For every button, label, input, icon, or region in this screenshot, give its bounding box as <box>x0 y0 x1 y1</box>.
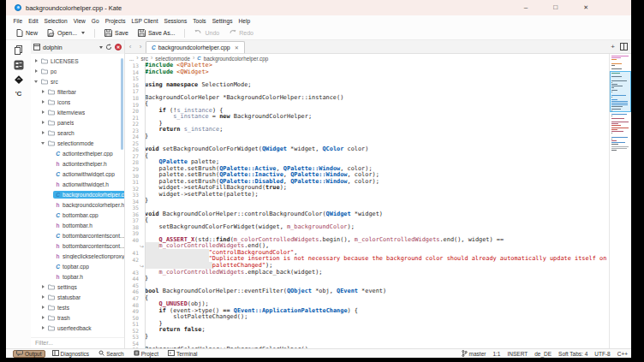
maximize-button[interactable]: □ <box>553 4 558 11</box>
tree-item-actiontexthelpercpp[interactable]: Cactiontexthelper.cpp <box>31 148 124 158</box>
tree-item-src[interactable]: src <box>31 76 124 86</box>
collapse-arrow-icon[interactable] <box>39 90 46 93</box>
tree-item-topbarh[interactable]: htopbar.h <box>31 271 124 282</box>
status-master[interactable]: master <box>462 350 486 358</box>
code-token: QColor <box>322 145 343 152</box>
lsp-symbols-icon[interactable]: 'C <box>13 88 25 99</box>
status-1-1[interactable]: 1:1 <box>492 351 500 357</box>
toolview-button-search[interactable]: Search <box>96 350 127 358</box>
nav-back-icon[interactable]: ‹ <box>125 40 135 53</box>
breadcrumb-item[interactable]: selectionmode <box>155 56 190 62</box>
toolview-button-diagnostics[interactable]: Diagnostics <box>50 350 92 358</box>
tree-item-singleclickselectionproxy[interactable]: hsingleclickselectionproxy... <box>31 251 124 261</box>
status-c++[interactable]: C++ <box>617 351 628 357</box>
tree-item-topbarcpp[interactable]: Ctopbar.cpp <box>31 261 124 271</box>
minimize-button[interactable]: – <box>524 4 528 11</box>
split-view-icon[interactable] <box>620 43 628 50</box>
status-insert[interactable]: INSERT <box>507 351 528 357</box>
tree-item-actiontexthelperh[interactable]: hactiontexthelper.h <box>31 158 124 169</box>
save-as-button[interactable]: Save As... <box>134 29 179 38</box>
documents-icon[interactable] <box>13 45 25 56</box>
open-button[interactable]: Open... <box>44 29 88 38</box>
breadcrumb-item[interactable]: ... <box>129 56 134 62</box>
project-selector[interactable]: dolphin ✕ <box>31 40 124 54</box>
minimap-viewport[interactable] <box>610 71 631 112</box>
tree-item-po[interactable]: po <box>31 66 124 76</box>
status-utf-8[interactable]: UTF-8 <box>594 351 610 357</box>
menu-help[interactable]: Help <box>236 18 253 24</box>
menu-sessions[interactable]: Sessions <box>161 18 190 24</box>
status-label: UTF-8 <box>594 351 610 357</box>
open-dropdown-caret[interactable] <box>81 32 85 34</box>
tree-item-bottombarcontentscont[interactable]: Cbottombarcontentscont... <box>31 230 124 240</box>
collapse-arrow-icon[interactable] <box>39 326 46 329</box>
menu-view[interactable]: View <box>70 18 88 24</box>
tree-item-tests[interactable]: tests <box>31 302 124 312</box>
filesystem-icon[interactable] <box>13 74 25 85</box>
stop-icon[interactable]: ✕ <box>115 44 122 50</box>
collapse-arrow-icon[interactable] <box>39 100 46 104</box>
tree-item-bottombarcontentscont[interactable]: hbottombarcontentscont... <box>31 240 124 251</box>
collapse-arrow-icon[interactable] <box>39 110 46 114</box>
tree-item-bottombarh[interactable]: hbottombar.h <box>31 220 124 230</box>
nav-forward-icon[interactable]: › <box>135 40 146 53</box>
collapse-arrow-icon[interactable] <box>39 306 46 309</box>
tree-filter-input[interactable]: Filter... <box>31 337 124 348</box>
status-label: C++ <box>617 351 628 357</box>
tab-backgroundcolorhelper[interactable]: C backgroundcolorhelper.cpp ✕ <box>146 41 245 53</box>
expand-arrow-icon[interactable] <box>39 142 46 145</box>
collapse-arrow-icon[interactable] <box>39 295 46 299</box>
collapse-arrow-icon[interactable] <box>39 131 46 134</box>
tab-close-icon[interactable]: ✕ <box>235 45 239 50</box>
toolview-button-output[interactable]: Output <box>13 350 45 358</box>
menu-lsp-client[interactable]: LSP Client <box>128 18 161 24</box>
breadcrumb-item[interactable]: src <box>141 56 148 62</box>
tree-item-statusbar[interactable]: statusbar <box>31 292 124 302</box>
menu-projects[interactable]: Projects <box>102 18 128 24</box>
tree-item-trash[interactable]: trash <box>31 312 124 323</box>
menu-edit[interactable]: Edit <box>26 18 41 24</box>
tree-item-backgroundcolorhelperh[interactable]: hbackgroundcolorhelper.h <box>31 199 124 210</box>
status-soft-tabs-4[interactable]: Soft Tabs: 4 <box>558 351 587 357</box>
tree-item-userfeedback[interactable]: userfeedback <box>31 323 124 333</box>
collapse-arrow-icon[interactable] <box>33 59 39 62</box>
collapse-arrow-icon[interactable] <box>39 316 46 319</box>
save-button[interactable]: Save <box>101 29 132 38</box>
toolview-button-project[interactable]: Project <box>131 350 161 358</box>
new-tab-icon[interactable]: + <box>611 43 615 50</box>
tree-item-actionwithwidgetcpp[interactable]: Cactionwithwidget.cpp <box>31 169 124 179</box>
menu-go[interactable]: Go <box>88 18 102 24</box>
refresh-icon[interactable] <box>105 44 112 50</box>
breadcrumb-item[interactable]: backgroundcolorhelper.cpp <box>204 56 269 62</box>
tree-item-licenses[interactable]: LICENSES <box>31 56 124 66</box>
tree-item-bottombarcpp[interactable]: Cbottombar.cpp <box>31 210 124 220</box>
new-button[interactable]: New <box>13 29 41 38</box>
menu-settings[interactable]: Settings <box>209 18 236 24</box>
tree-item-icons[interactable]: icons <box>31 97 124 107</box>
tree-item-actionwithwidgeth[interactable]: hactionwithwidget.h <box>31 179 124 189</box>
tree-item-panels[interactable]: panels <box>31 117 124 128</box>
projects-icon[interactable] <box>13 59 25 70</box>
collapse-arrow-icon[interactable] <box>39 285 46 288</box>
status-de-de[interactable]: de_DE <box>534 351 552 357</box>
menu-selection[interactable]: Selection <box>41 18 70 24</box>
expand-arrow-icon[interactable] <box>33 80 39 83</box>
tree-item-selectionmode[interactable]: selectionmode <box>31 138 124 148</box>
tree-item-kitemviews[interactable]: kitemviews <box>31 107 124 117</box>
collapse-arrow-icon[interactable] <box>39 121 46 124</box>
tree-item-settings[interactable]: settings <box>31 282 124 292</box>
code-view[interactable]: 13#include <QPalette>14#include <QWidget… <box>125 62 631 348</box>
tree-item-search[interactable]: search <box>31 128 124 138</box>
combo-caret-icon[interactable] <box>99 46 103 49</box>
minimap-scrollbar[interactable] <box>609 54 631 348</box>
toolview-button-terminal[interactable]: Terminal <box>165 350 200 358</box>
close-button[interactable]: ✕ <box>583 4 588 11</box>
tree-item-filterbar[interactable]: filterbar <box>31 86 124 97</box>
line-number: 13 <box>125 62 139 68</box>
collapse-arrow-icon[interactable] <box>33 69 39 73</box>
titlebar[interactable]: backgroundcolorhelper.cpp - Kate – □ ✕ <box>6 0 631 15</box>
tree-item-backgroundcolorhelperc[interactable]: Cbackgroundcolorhelper.c... <box>31 189 124 199</box>
menu-file[interactable]: File <box>10 18 26 24</box>
menu-tools[interactable]: Tools <box>190 18 209 24</box>
tree-scrollbar[interactable] <box>121 58 123 150</box>
